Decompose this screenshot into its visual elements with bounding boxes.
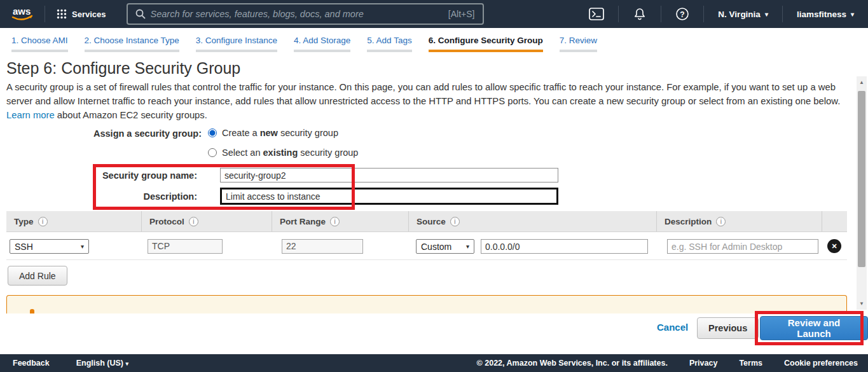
info-icon[interactable]: i xyxy=(450,217,460,226)
footer-left-group: Feedback English (US) ▾ xyxy=(13,359,128,368)
tab-choose-ami[interactable]: 1. Choose AMI xyxy=(11,36,68,52)
vertical-scrollbar[interactable]: ▲ ▼ xyxy=(857,76,867,310)
column-header-source: Source i xyxy=(408,211,656,231)
warning-icon xyxy=(30,309,34,313)
services-label: Services xyxy=(72,10,106,19)
learn-more-link[interactable]: Learn more xyxy=(6,110,55,120)
security-group-name-input[interactable] xyxy=(220,168,558,183)
global-search-box[interactable]: [Alt+S] xyxy=(127,3,484,25)
bell-icon xyxy=(633,7,647,21)
footer-right-group: © 2022, Amazon Web Services, Inc. or its… xyxy=(477,359,858,368)
radio-label-text: security group xyxy=(278,128,338,138)
cancel-link[interactable]: Cancel xyxy=(657,322,688,333)
cookie-preferences-link[interactable]: Cookie preferences xyxy=(784,359,858,368)
copyright-text: © 2022, Amazon Web Services, Inc. or its… xyxy=(477,359,668,368)
privacy-link[interactable]: Privacy xyxy=(689,359,717,368)
terms-link[interactable]: Terms xyxy=(739,359,762,368)
column-label: Description xyxy=(665,217,712,226)
column-header-actions xyxy=(822,211,847,231)
column-label: Source xyxy=(417,217,446,226)
column-header-protocol: Protocol i xyxy=(141,211,272,231)
aws-console-window: aws Services [Alt+S] xyxy=(0,0,868,372)
language-label: English (US) xyxy=(76,359,123,368)
wizard-step-tabs: 1. Choose AMI 2. Choose Instance Type 3.… xyxy=(0,28,868,56)
radio-label: Create a new security group xyxy=(222,128,338,138)
rule-source-input[interactable] xyxy=(481,239,648,254)
chevron-down-icon: ▾ xyxy=(765,11,768,18)
column-header-type: Type i xyxy=(6,211,141,231)
tab-choose-instance-type[interactable]: 2. Choose Instance Type xyxy=(85,36,179,52)
radio-label-text: Select an xyxy=(222,148,263,158)
tab-add-storage[interactable]: 4. Add Storage xyxy=(294,36,350,52)
rule-type-select[interactable]: SSH ▾ xyxy=(10,239,89,254)
rule-source-type-select[interactable]: Custom ▾ xyxy=(416,239,474,254)
chevron-down-icon: ▾ xyxy=(125,361,128,367)
review-and-launch-button[interactable]: Review and Launch xyxy=(760,316,868,340)
info-icon[interactable]: i xyxy=(716,217,726,226)
chevron-down-icon: ▾ xyxy=(851,11,854,18)
footer-bar: Feedback English (US) ▾ © 2022, Amazon W… xyxy=(0,354,868,372)
column-header-port-range: Port Range i xyxy=(272,211,408,231)
aws-logo-icon: aws xyxy=(9,5,36,23)
radio-label-text: Create a xyxy=(222,128,260,138)
region-selector[interactable]: N. Virginia ▾ xyxy=(704,0,782,28)
info-icon[interactable]: i xyxy=(38,217,48,226)
rule-port-range-field: 22 xyxy=(282,239,363,254)
language-selector[interactable]: English (US) ▾ xyxy=(76,359,128,368)
description-text: about Amazon EC2 security groups. xyxy=(57,110,207,120)
tab-configure-instance[interactable]: 3. Configure Instance xyxy=(196,36,277,52)
cloudshell-button[interactable] xyxy=(575,0,618,28)
description-text: A security group is a set of firewall ru… xyxy=(6,82,840,106)
search-icon xyxy=(135,9,146,19)
scrollbar-thumb[interactable] xyxy=(858,91,865,267)
search-input[interactable] xyxy=(151,9,443,19)
close-icon: ✕ xyxy=(831,242,837,251)
account-menu[interactable]: liamsfitness ▾ xyxy=(783,0,868,28)
selected-option: Custom xyxy=(421,242,451,252)
help-icon: ? xyxy=(675,7,689,21)
services-menu[interactable]: Services xyxy=(45,9,118,19)
svg-text:aws: aws xyxy=(13,6,31,17)
rule-description-input[interactable] xyxy=(667,239,818,254)
radio-selected-icon[interactable] xyxy=(208,128,217,137)
radio-create-new-security-group[interactable]: Create a new security group xyxy=(208,128,338,138)
radio-select-existing-security-group[interactable]: Select an existing security group xyxy=(208,148,358,158)
radio-unselected-icon[interactable] xyxy=(208,148,217,157)
radio-label-bold: new xyxy=(260,128,278,138)
tab-configure-security-group[interactable]: 6. Configure Security Group xyxy=(429,36,543,52)
radio-label-bold: existing xyxy=(263,148,298,158)
svg-text:?: ? xyxy=(680,10,685,19)
tab-add-tags[interactable]: 5. Add Tags xyxy=(367,36,411,52)
column-label: Port Range xyxy=(280,217,326,226)
radio-label-text: security group xyxy=(298,148,358,158)
cloudshell-icon xyxy=(589,8,604,20)
page-description: A security group is a set of firewall ru… xyxy=(6,80,850,122)
selected-option: SSH xyxy=(15,242,33,252)
tab-review[interactable]: 7. Review xyxy=(560,36,597,52)
chevron-down-icon: ▾ xyxy=(81,243,84,250)
security-group-description-input[interactable] xyxy=(220,188,558,205)
warning-banner xyxy=(6,295,847,313)
previous-button[interactable]: Previous xyxy=(697,317,759,339)
notifications-button[interactable] xyxy=(619,0,661,28)
info-icon[interactable]: i xyxy=(189,217,198,226)
scroll-down-arrow-icon[interactable]: ▼ xyxy=(857,301,867,307)
top-navigation-bar: aws Services [Alt+S] xyxy=(0,0,868,28)
help-button[interactable]: ? xyxy=(661,0,703,28)
security-group-name-label: Security group name: xyxy=(89,170,197,181)
nav-right-group: ? N. Virginia ▾ liamsfitness ▾ xyxy=(575,0,868,28)
account-label: liamsfitness xyxy=(797,10,846,19)
aws-logo[interactable]: aws xyxy=(0,5,45,23)
radio-label: Select an existing security group xyxy=(222,148,358,158)
scroll-up-arrow-icon[interactable]: ▲ xyxy=(857,79,867,85)
column-header-description: Description i xyxy=(656,211,822,231)
feedback-link[interactable]: Feedback xyxy=(13,359,50,368)
search-shortcut-hint: [Alt+S] xyxy=(448,9,475,19)
assign-security-group-label: Assign a security group: xyxy=(93,128,202,139)
region-label: N. Virginia xyxy=(718,10,761,19)
column-label: Protocol xyxy=(149,217,184,226)
security-rule-row: SSH ▾ TCP 22 Custom ▾ ✕ xyxy=(6,232,847,260)
add-rule-button[interactable]: Add Rule xyxy=(8,266,67,286)
info-icon[interactable]: i xyxy=(330,217,340,226)
delete-rule-button[interactable]: ✕ xyxy=(827,239,841,253)
